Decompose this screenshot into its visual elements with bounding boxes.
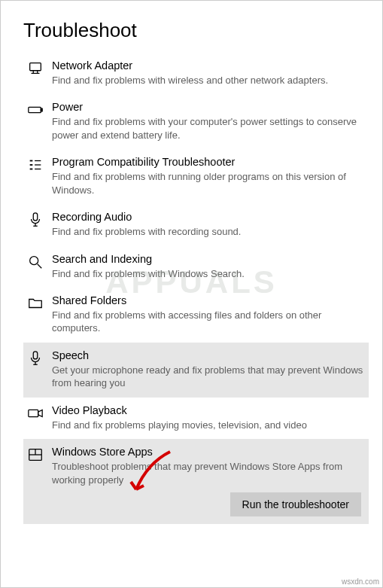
svg-rect-0: [30, 63, 41, 71]
power-icon: [25, 102, 46, 118]
troubleshooter-item-compatibility[interactable]: Program Compatibility Troubleshooter Fin…: [23, 149, 369, 204]
svg-rect-4: [29, 108, 41, 113]
svg-rect-12: [33, 213, 38, 221]
item-title: Video Playback: [52, 404, 364, 418]
svg-point-15: [30, 256, 38, 264]
item-title: Recording Audio: [52, 210, 364, 224]
troubleshooter-item-speech[interactable]: Speech Get your microphone ready and fix…: [23, 343, 369, 398]
microphone-icon: [25, 212, 46, 228]
troubleshooter-item-network-adapter[interactable]: Network Adapter Find and fix problems wi…: [23, 53, 369, 94]
item-title: Speech: [52, 349, 364, 363]
video-icon: [25, 405, 46, 422]
troubleshooter-item-video-playback[interactable]: Video Playback Find and fix problems pla…: [23, 398, 369, 439]
troubleshooter-item-shared-folders[interactable]: Shared Folders Find and fix problems wit…: [23, 288, 369, 343]
run-troubleshooter-button[interactable]: Run the troubleshooter: [230, 492, 361, 516]
svg-rect-20: [29, 410, 38, 416]
item-desc: Find and fix problems with Windows Searc…: [52, 267, 364, 281]
svg-rect-17: [33, 352, 38, 359]
page-title: Troubleshoot: [23, 19, 369, 42]
store-icon: [25, 446, 46, 463]
folder-icon: [25, 295, 46, 312]
item-desc: Find and fix problems playing movies, te…: [52, 419, 364, 432]
item-desc: Find and fix problems with your computer…: [52, 115, 364, 142]
compatibility-icon: [25, 157, 46, 173]
troubleshooter-list: Network Adapter Find and fix problems wi…: [23, 53, 369, 524]
item-title: Search and Indexing: [52, 252, 364, 267]
search-icon: [25, 254, 46, 270]
troubleshooter-item-power[interactable]: Power Find and fix problems with your co…: [23, 94, 369, 149]
network-adapter-icon: [25, 60, 46, 77]
microphone-icon: [25, 350, 46, 367]
svg-rect-5: [41, 109, 42, 112]
troubleshooter-item-recording-audio[interactable]: Recording Audio Find and fix problems wi…: [23, 204, 369, 245]
item-desc: Find and fix problems with accessing fil…: [52, 309, 364, 335]
item-desc: Get your microphone ready and fix proble…: [52, 364, 364, 390]
footer-watermark: wsxdn.com: [342, 577, 379, 586]
svg-line-16: [38, 264, 42, 268]
item-title: Power: [52, 100, 364, 114]
item-desc: Find and fix problems with recording sou…: [52, 225, 364, 239]
item-desc: Find and fix problems with running older…: [52, 170, 364, 197]
item-title: Shared Folders: [52, 294, 364, 308]
item-title: Windows Store Apps: [52, 445, 364, 459]
item-desc: Troubleshoot problems that may prevent W…: [52, 460, 364, 486]
item-title: Program Compatibility Troubleshooter: [52, 155, 364, 169]
troubleshooter-item-windows-store-apps[interactable]: Windows Store Apps Troubleshoot problems…: [23, 439, 369, 524]
item-title: Network Adapter: [52, 59, 364, 73]
troubleshooter-item-search-indexing[interactable]: Search and Indexing Find and fix problem…: [23, 246, 369, 288]
item-desc: Find and fix problems with wireless and …: [52, 74, 364, 87]
